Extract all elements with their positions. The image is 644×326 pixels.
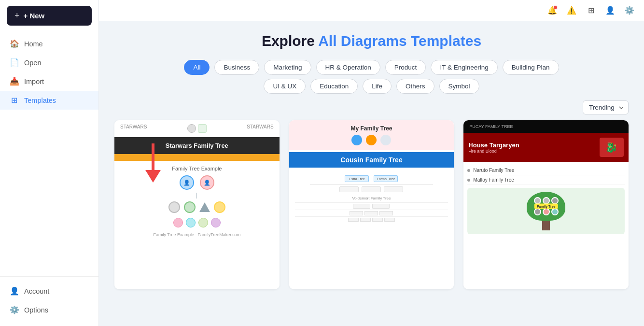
sidebar-item-home[interactable]: 🏠 Home (0, 34, 98, 53)
card2-mini-box-1 (339, 186, 359, 192)
pucay-label: PUCAY FAMILY TREE (469, 124, 513, 129)
sidebar-item-options-label: Options (24, 306, 48, 314)
templates-area: Explore All Diagrams Templates All Busin… (99, 21, 644, 326)
card3-dark-header: PUCAY FAMILY TREE (463, 120, 629, 133)
vt-line-3 (295, 216, 448, 217)
import-icon: 📥 (10, 77, 18, 86)
voldemort-tree (295, 202, 448, 222)
tree-row-2 (168, 201, 225, 213)
tree-node-3 (168, 201, 180, 213)
family-tree-example-label: Family Tree Example (119, 166, 275, 171)
card2-avatar-3 (380, 135, 391, 145)
card3-list-item-2: Malfoy Family Tree (467, 175, 625, 185)
sort-select[interactable]: Trending Newest Popular (583, 100, 629, 114)
card2-connector-1 (310, 184, 433, 184)
card2-tree: Extra Tree Formal Tree (295, 175, 448, 192)
filter-marketing[interactable]: Marketing (264, 60, 311, 75)
filter-row-1: All Business Marketing HR & Operation Pr… (114, 60, 629, 75)
vt-box-7 (360, 218, 371, 222)
grid-icon[interactable]: ⊞ (584, 4, 598, 17)
topbar: 🔔 ⚠️ ⊞ 👤 ⚙️ (99, 0, 644, 21)
filter-hr-operation[interactable]: HR & Operation (316, 60, 380, 75)
vt-box-2 (372, 204, 390, 209)
card1-avatars (187, 124, 207, 133)
filter-education[interactable]: Education (310, 79, 358, 94)
vt-row-1 (295, 204, 448, 209)
sidebar-item-open[interactable]: 📄 Open (0, 53, 98, 72)
account-icon: 👤 (10, 286, 18, 296)
cartoon-tree: Family Tree (527, 192, 565, 230)
notifications-icon[interactable]: 🔔 (546, 4, 559, 17)
filter-product[interactable]: Product (385, 60, 426, 75)
vt-line-2 (295, 210, 448, 210)
sidebar-item-import[interactable]: 📥 Import (0, 72, 98, 91)
settings-icon[interactable]: ⚙️ (623, 4, 636, 17)
naruto-label: Naruto Family Tree (473, 168, 514, 173)
targaryen-text-group: House Targaryen Fire and Blood (468, 142, 519, 154)
templates-grid: STARWARS STARWARS Starwars Family Tree F… (114, 120, 629, 289)
tree-trunk (542, 221, 550, 230)
filter-row-2: UI & UX Education Life Others Symbol (114, 79, 629, 94)
template-card-1[interactable]: STARWARS STARWARS Starwars Family Tree F… (114, 120, 280, 289)
vt-line-1 (295, 202, 448, 203)
filter-ui-ux[interactable]: UI & UX (264, 79, 306, 94)
sidebar-item-options[interactable]: ⚙️ Options (0, 300, 98, 319)
vt-row-3 (295, 218, 448, 222)
card2-avatar-2 (366, 135, 377, 145)
vt-box-9 (384, 218, 395, 222)
template-card-3[interactable]: PUCAY FAMILY TREE House Targaryen Fire a… (463, 120, 629, 289)
cousin-family-tree-banner: Cousin Family Tree (289, 152, 454, 168)
card1-banner: Starwars Family Tree (114, 137, 280, 154)
targaryen-title: House Targaryen (468, 142, 519, 149)
list-dot-1 (467, 169, 470, 172)
tree-connector (196, 193, 197, 198)
card3-body: Naruto Family Tree Malfoy Family Tree (463, 162, 629, 238)
sidebar-nav: 🏠 Home 📄 Open 📥 Import ⊞ Templates (0, 31, 98, 276)
sidebar-item-import-label: Import (24, 78, 44, 85)
canopy-avatar-1 (534, 197, 541, 204)
dragon-icon: 🐉 (600, 138, 624, 157)
card1-label-left: STARWARS (120, 124, 147, 133)
open-icon: 📄 (10, 58, 18, 67)
sidebar-item-templates[interactable]: ⊞ Templates (0, 91, 98, 110)
filter-life[interactable]: Life (363, 79, 392, 94)
alert-icon[interactable]: ⚠️ (565, 4, 578, 17)
card2-mini-box-2 (362, 186, 381, 192)
sidebar-item-templates-label: Templates (24, 97, 56, 104)
sidebar-item-open-label: Open (24, 59, 41, 67)
malfoy-label: Malfoy Family Tree (473, 177, 514, 183)
filter-business[interactable]: Business (214, 60, 259, 75)
vt-box-5 (379, 211, 393, 215)
card2-avatar-1 (351, 135, 362, 145)
list-dot-2 (467, 179, 470, 182)
card1-label-right: STARWARS (247, 124, 273, 133)
user-icon[interactable]: 👤 (603, 4, 617, 17)
template-card-2[interactable]: My Family Tree Cousin Family Tree Extr (289, 120, 454, 289)
card2-title: My Family Tree (294, 125, 449, 132)
card3-tree-section: Family Tree (467, 188, 625, 234)
card1-top-bar: STARWARS STARWARS (114, 120, 280, 137)
vt-box-3 (350, 211, 363, 215)
filter-others[interactable]: Others (396, 79, 434, 94)
card2-mini-box-3 (384, 186, 403, 192)
filter-all[interactable]: All (184, 60, 210, 75)
vt-box-8 (372, 218, 383, 222)
page-title: Explore All Diagrams Templates (114, 33, 629, 49)
sidebar-item-account[interactable]: 👤 Account (0, 282, 98, 300)
card2-tree-row-1: Extra Tree Formal Tree (345, 175, 398, 182)
filter-it-engineering[interactable]: IT & Engineering (431, 60, 497, 75)
card2-preview: My Family Tree Cousin Family Tree Extr (289, 120, 454, 289)
sidebar-bottom: 👤 Account ⚙️ Options (0, 276, 98, 326)
canopy-avatar-5 (543, 208, 550, 215)
filter-symbol[interactable]: Symbol (439, 79, 479, 94)
filter-building-plan[interactable]: Building Plan (503, 60, 559, 75)
vt-row-2 (295, 211, 448, 215)
card1-avatar-1 (187, 124, 196, 133)
new-button[interactable]: + + New (7, 6, 92, 26)
tree-node-1: 👤 (180, 175, 194, 190)
card2-tree-row-2 (339, 186, 403, 192)
tree-node-6 (173, 218, 183, 227)
sidebar: + + New 🏠 Home 📄 Open 📥 Import ⊞ Templat… (0, 0, 99, 326)
voldemort-label: Voldemort Family Tree (295, 196, 448, 200)
options-icon: ⚙️ (10, 305, 18, 314)
